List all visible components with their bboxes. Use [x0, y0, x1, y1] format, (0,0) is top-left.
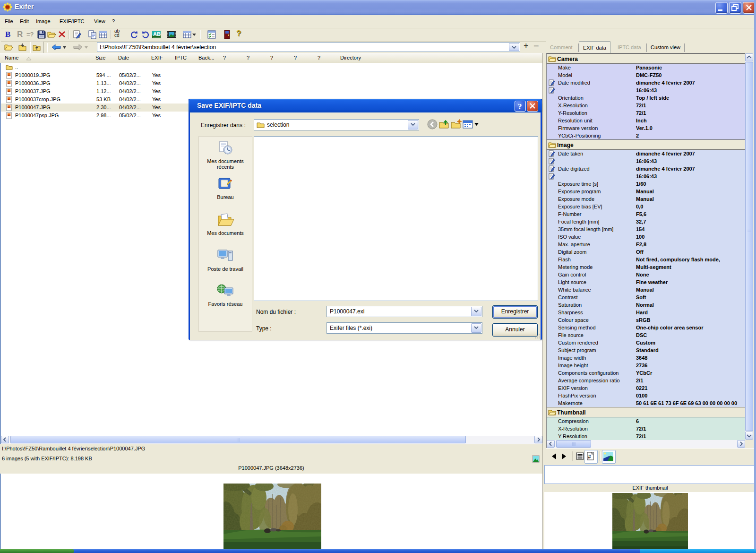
- svg-text:AB: AB: [153, 31, 161, 37]
- svg-text:#: #: [588, 454, 591, 459]
- svg-text:?: ?: [518, 102, 522, 111]
